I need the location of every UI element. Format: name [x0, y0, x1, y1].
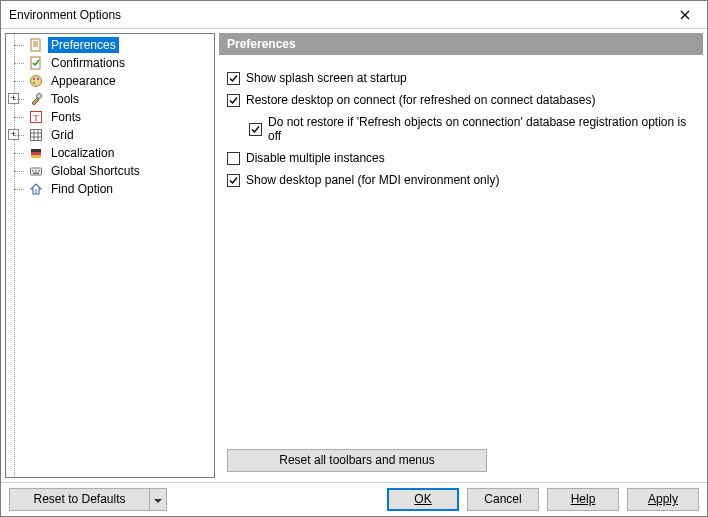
tree-item-label: Localization [48, 145, 117, 161]
tree-item-label: Global Shortcuts [48, 163, 143, 179]
tree-item-label: Grid [48, 127, 77, 143]
titlebar: Environment Options [1, 1, 707, 29]
chevron-down-icon [154, 493, 162, 507]
option-label: Show splash screen at startup [246, 71, 407, 85]
option-label: Show desktop panel (for MDI environment … [246, 173, 499, 187]
tools-icon [28, 91, 44, 107]
tree-item-label: Preferences [48, 37, 119, 53]
svg-point-6 [33, 78, 35, 80]
tree-item-global-shortcuts[interactable]: +Global Shortcuts [6, 162, 214, 180]
dialog-body: +Preferences+Confirmations+Appearance+To… [1, 29, 707, 482]
svg-rect-24 [33, 173, 39, 175]
reset-defaults-split-button[interactable]: Reset to Defaults [9, 488, 167, 511]
svg-rect-22 [35, 170, 37, 172]
palette-icon [28, 73, 44, 89]
tree-item-appearance[interactable]: +Appearance [6, 72, 214, 90]
tree-item-label: Fonts [48, 109, 84, 125]
svg-rect-18 [31, 152, 41, 155]
svg-rect-12 [31, 130, 42, 141]
tree-item-label: Find Option [48, 181, 116, 197]
checkbox[interactable] [227, 72, 240, 85]
page-icon [28, 37, 44, 53]
tree-item-localization[interactable]: +Localization [6, 144, 214, 162]
option-row: Restore desktop on connect (for refreshe… [227, 93, 695, 107]
content-pane: Preferences Show splash screen at startu… [219, 33, 703, 478]
tree-item-grid[interactable]: +Grid [6, 126, 214, 144]
font-icon: T [28, 109, 44, 125]
ok-button[interactable]: OK [387, 488, 459, 511]
tree-item-fonts[interactable]: +TFonts [6, 108, 214, 126]
tree-item-label: Tools [48, 91, 82, 107]
svg-rect-4 [31, 57, 40, 69]
tree-item-label: Confirmations [48, 55, 128, 71]
nav-tree[interactable]: +Preferences+Confirmations+Appearance+To… [5, 33, 215, 478]
svg-rect-23 [38, 170, 40, 172]
option-row: Show splash screen at startup [227, 71, 695, 85]
svg-rect-17 [31, 149, 41, 152]
checkbox[interactable] [227, 152, 240, 165]
environment-options-dialog: Environment Options +Preferences+Confirm… [0, 0, 708, 517]
tree-item-label: Appearance [48, 73, 119, 89]
close-icon [680, 7, 690, 23]
option-row: Do not restore if 'Refresh objects on co… [227, 115, 695, 143]
window-title: Environment Options [9, 8, 669, 22]
content-header: Preferences [219, 33, 703, 55]
svg-rect-19 [31, 155, 41, 158]
svg-rect-0 [31, 39, 40, 51]
flag-icon [28, 145, 44, 161]
options-area: Show splash screen at startupRestore des… [219, 55, 703, 449]
grid-icon [28, 127, 44, 143]
svg-point-5 [31, 76, 42, 87]
close-button[interactable] [669, 4, 701, 26]
svg-rect-21 [32, 170, 34, 172]
apply-button[interactable]: Apply [627, 488, 699, 511]
reset-toolbars-button[interactable]: Reset all toolbars and menus [227, 449, 487, 472]
reset-defaults-dropdown[interactable] [149, 488, 167, 511]
svg-point-7 [37, 78, 39, 80]
tree-item-tools[interactable]: +Tools [6, 90, 214, 108]
option-row: Show desktop panel (for MDI environment … [227, 173, 695, 187]
checkbox[interactable] [249, 123, 262, 136]
reset-defaults-button[interactable]: Reset to Defaults [9, 488, 149, 511]
reset-toolbars-row: Reset all toolbars and menus [219, 449, 703, 478]
tree-item-preferences[interactable]: +Preferences [6, 36, 214, 54]
svg-text:T: T [33, 113, 39, 123]
svg-point-8 [33, 82, 35, 84]
keyboard-icon [28, 163, 44, 179]
cancel-button[interactable]: Cancel [467, 488, 539, 511]
option-label: Do not restore if 'Refresh objects on co… [268, 115, 695, 143]
tree-item-find-option[interactable]: +Find Option [6, 180, 214, 198]
svg-point-9 [37, 94, 42, 99]
checkbox[interactable] [227, 174, 240, 187]
option-label: Disable multiple instances [246, 151, 385, 165]
dialog-footer: Reset to Defaults OK Cancel Help Apply [1, 482, 707, 516]
option-row: Disable multiple instances [227, 151, 695, 165]
find-icon [28, 181, 44, 197]
option-label: Restore desktop on connect (for refreshe… [246, 93, 596, 107]
tree-item-confirmations[interactable]: +Confirmations [6, 54, 214, 72]
page-check-icon [28, 55, 44, 71]
help-button[interactable]: Help [547, 488, 619, 511]
checkbox[interactable] [227, 94, 240, 107]
